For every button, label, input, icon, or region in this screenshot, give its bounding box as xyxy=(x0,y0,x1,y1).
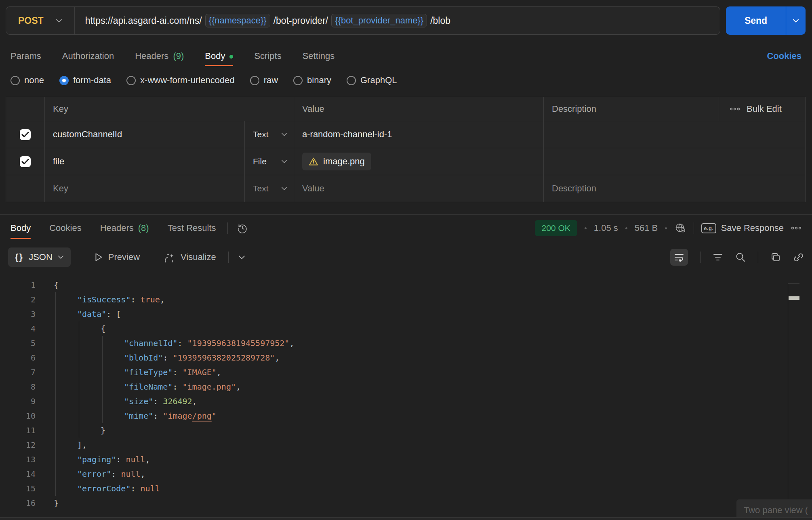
body-mode-form-data[interactable]: form-data xyxy=(59,75,111,86)
line-number: 5 xyxy=(0,336,36,350)
save-response-button[interactable]: e.g. Save Response xyxy=(701,223,784,233)
response-tab-test-results[interactable]: Test Results xyxy=(168,215,216,241)
radio-button xyxy=(126,76,136,85)
play-icon xyxy=(94,252,103,262)
scrollbar-track xyxy=(788,283,799,518)
chevron-down-icon xyxy=(793,19,799,23)
chevron-down-icon xyxy=(58,255,64,259)
code-text: "fileName": "image.png", xyxy=(124,380,241,394)
value-field[interactable]: a-random-channel-id-1 xyxy=(294,121,544,148)
tab-scripts[interactable]: Scripts xyxy=(254,44,281,69)
header-value: Value xyxy=(294,97,544,121)
file-name: image.png xyxy=(323,156,365,167)
url-variable-chip: {{bot_provider_name}} xyxy=(331,14,427,27)
response-time: 1.05 s xyxy=(594,223,618,233)
body-mode-label: raw xyxy=(264,75,278,86)
body-mode-binary[interactable]: binary xyxy=(293,75,331,86)
body-mode-label: form-data xyxy=(73,75,111,86)
chevron-down-icon[interactable] xyxy=(238,255,245,260)
body-mode-x-www-form-urlencoded[interactable]: x-www-form-urlencoded xyxy=(126,75,235,86)
code-line: 2"isSuccess": true, xyxy=(0,292,812,307)
divider xyxy=(228,252,229,263)
indent-guide xyxy=(79,423,79,438)
tab-label: Params xyxy=(11,51,41,61)
type-select[interactable]: Text xyxy=(245,175,294,202)
description-field[interactable]: Description xyxy=(544,175,805,202)
globe-lock-icon[interactable] xyxy=(674,222,686,234)
history-icon[interactable] xyxy=(237,222,248,234)
send-options-button[interactable] xyxy=(786,6,806,35)
value-field[interactable]: Value xyxy=(294,175,544,202)
more-dots-icon xyxy=(730,107,740,111)
row-checkbox-cell xyxy=(6,121,45,148)
response-tab-body[interactable]: Body xyxy=(11,215,31,241)
indent-guide xyxy=(55,452,56,467)
description-field[interactable] xyxy=(544,121,805,148)
wrap-text-icon[interactable] xyxy=(670,249,688,266)
indent-guide xyxy=(79,321,79,336)
body-mode-none[interactable]: none xyxy=(11,75,44,86)
code-line: 13"paging": null, xyxy=(0,452,812,467)
tab-label: Authorization xyxy=(62,51,114,61)
method-select[interactable]: POST xyxy=(6,15,74,26)
key-text: customChannelId xyxy=(53,129,122,140)
radio-button xyxy=(11,76,20,85)
chevron-down-icon xyxy=(56,19,62,23)
indent-guide xyxy=(102,409,103,423)
tab-label: Settings xyxy=(303,51,335,61)
type-select[interactable]: File xyxy=(245,148,294,175)
indent-guide xyxy=(55,350,56,365)
indent-guide xyxy=(79,380,79,394)
line-number: 1 xyxy=(0,278,36,292)
link-icon[interactable] xyxy=(793,252,804,263)
code-line: 4{ xyxy=(0,321,812,336)
body-mode-graphql[interactable]: GraphQL xyxy=(347,75,397,86)
scrollbar-handle[interactable] xyxy=(789,296,799,300)
row-checkbox[interactable] xyxy=(20,129,31,140)
row-checkbox[interactable] xyxy=(20,156,31,167)
body-mode-raw[interactable]: raw xyxy=(250,75,278,86)
file-chip[interactable]: image.png xyxy=(302,153,371,170)
divider xyxy=(694,222,694,234)
more-dots-icon[interactable] xyxy=(791,226,801,230)
visualize-label: Visualize xyxy=(181,252,216,262)
value-text: Value xyxy=(302,183,324,194)
tab-authorization[interactable]: Authorization xyxy=(62,44,114,69)
code-text: "fileType": "IMAGE", xyxy=(124,365,221,380)
copy-icon[interactable] xyxy=(770,252,781,262)
url-variable-chip: {{namespace}} xyxy=(205,14,270,27)
tab-headers[interactable]: Headers(9) xyxy=(135,44,184,69)
tab-body[interactable]: Body xyxy=(205,44,233,69)
type-select[interactable]: Text xyxy=(245,121,294,148)
indent-guide xyxy=(79,394,79,409)
description-text: Description xyxy=(552,183,596,194)
code-text: ], xyxy=(77,438,87,452)
code-text: } xyxy=(54,496,59,510)
preview-button[interactable]: Preview xyxy=(94,252,140,262)
code-text: } xyxy=(101,423,105,438)
key-field[interactable]: customChannelId xyxy=(45,121,245,148)
status-badge[interactable]: 200 OK xyxy=(535,220,577,236)
cookies-link[interactable]: Cookies xyxy=(767,51,801,61)
key-field[interactable]: file xyxy=(45,148,245,175)
filter-icon[interactable] xyxy=(713,253,723,262)
example-icon: e.g. xyxy=(701,223,716,233)
response-tab-cookies[interactable]: Cookies xyxy=(49,215,81,241)
row-checkbox-cell xyxy=(6,175,45,202)
bulk-edit-button[interactable]: Bulk Edit xyxy=(719,97,805,121)
line-number: 6 xyxy=(0,350,36,365)
format-select[interactable]: {} JSON xyxy=(8,247,71,267)
tab-params[interactable]: Params xyxy=(11,44,41,69)
value-field[interactable]: image.png xyxy=(294,148,544,175)
tab-settings[interactable]: Settings xyxy=(303,44,335,69)
line-number: 10 xyxy=(0,409,36,423)
search-icon[interactable] xyxy=(735,252,746,262)
response-tab-headers[interactable]: Headers(8) xyxy=(100,215,149,241)
key-field[interactable]: Key xyxy=(45,175,245,202)
code-text: { xyxy=(101,321,105,336)
url-input[interactable]: https://api.asgard-ai.com/ns/{{namespace… xyxy=(75,14,450,27)
chevron-down-icon xyxy=(281,132,287,136)
description-field[interactable] xyxy=(544,148,805,175)
send-button[interactable]: Send xyxy=(726,6,786,35)
visualize-button[interactable]: Visualize xyxy=(165,252,216,262)
